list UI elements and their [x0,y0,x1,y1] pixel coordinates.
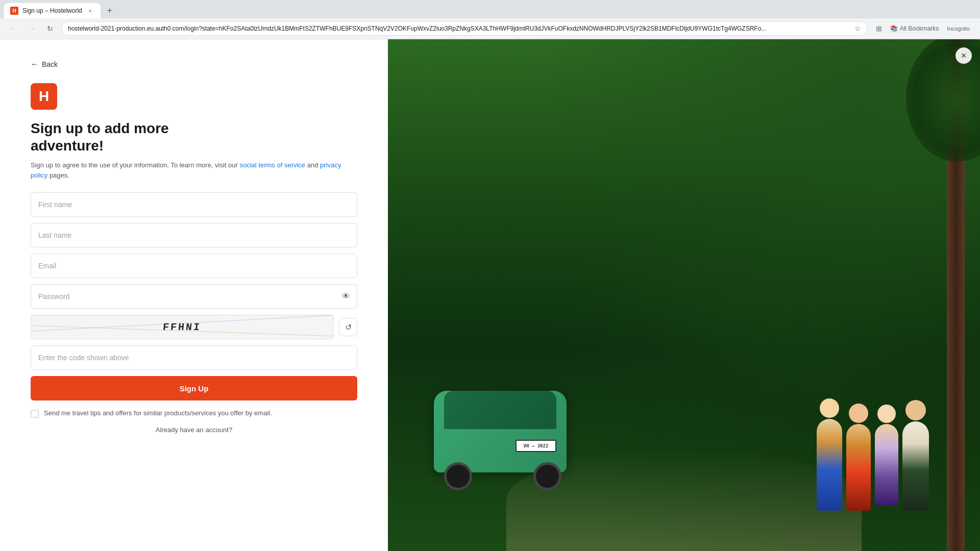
last-name-group [31,223,357,247]
captcha-text: FFHNI [162,321,202,333]
forward-nav-button[interactable]: → [24,21,39,36]
marketing-checkbox-label[interactable]: Send me travel tips and offers for simil… [44,409,272,418]
already-account-text: Already have an account? [31,426,357,434]
form-panel: ← Back H Sign up to add more adventure! … [0,39,388,551]
password-input[interactable] [31,284,357,309]
back-arrow-icon: ← [31,60,39,69]
bookmark-star-icon: ☆ [854,24,861,33]
image-overlay: THE SPINDRIFT 🌴 VH – 3922 [388,39,980,551]
signup-button[interactable]: Sign Up [31,376,357,400]
first-name-group [31,192,357,217]
people-group [817,398,929,511]
marketing-checkbox[interactable] [31,410,39,418]
person-3 [875,405,898,506]
captcha-image: FFHNI [31,315,334,339]
wheel-right [533,462,561,490]
password-toggle-icon[interactable]: 👁 [342,292,350,301]
back-label: Back [42,60,58,68]
tab-favicon: H [10,7,18,15]
vehicle-area: VH – 3922 [429,388,582,490]
logo-letter: H [39,89,49,104]
tree-trunk-right [947,39,965,551]
reload-nav-button[interactable]: ↻ [43,21,57,36]
nav-bar: ← → ↻ hostelworld-2021-production.eu.aut… [0,18,980,39]
profile-button[interactable]: ⊞ [872,21,886,36]
back-nav-button[interactable]: ← [6,21,20,36]
signup-description: Sign up to agree to the use of your info… [31,160,357,180]
person-4 [902,400,929,511]
captcha-refresh-button[interactable]: ↺ [339,318,357,336]
active-tab[interactable]: H Sign up – Hostelworld × [4,3,101,18]
address-bar[interactable]: hostelworld-2021-production.eu.auth0.com… [61,21,868,36]
last-name-input[interactable] [31,223,357,247]
hero-image-panel: THE SPINDRIFT 🌴 VH – 3922 [388,39,980,551]
person-1 [817,398,842,511]
tab-title: Sign up – Hostelworld [22,7,82,14]
incognito-badge: Incognito [943,21,974,36]
captcha-code-input[interactable] [31,345,357,370]
new-tab-button[interactable]: + [103,4,117,18]
wheel-left [444,462,472,490]
email-group [31,254,357,278]
marketing-checkbox-row: Send me travel tips and offers for simil… [31,409,357,418]
hostelworld-logo: H [31,83,57,110]
license-plate: VH – 3922 [516,440,556,452]
vehicle-top [444,391,556,429]
refresh-icon: ↺ [345,322,352,332]
first-name-input[interactable] [31,192,357,217]
signup-title: Sign up to add more adventure! [31,120,357,154]
browser-chrome: H Sign up – Hostelworld × + ← → ↻ hostel… [0,0,980,39]
back-link[interactable]: ← Back [31,60,357,69]
vehicle-body: VH – 3922 [434,391,567,472]
close-button[interactable]: × [955,47,972,64]
tab-close-button[interactable]: × [86,7,94,15]
captcha-code-group [31,345,357,370]
tab-bar: H Sign up – Hostelworld × + [0,0,980,18]
email-input[interactable] [31,254,357,278]
bookmarks-button[interactable]: 📚 All Bookmarks [890,25,939,32]
password-group: 👁 [31,284,357,309]
captcha-area: FFHNI ↺ [31,315,357,339]
main-content: ← Back H Sign up to add more adventure! … [0,39,980,551]
terms-link[interactable]: social terms of service [240,161,306,169]
address-url: hostelworld-2021-production.eu.auth0.com… [68,25,850,32]
person-2 [846,404,871,511]
